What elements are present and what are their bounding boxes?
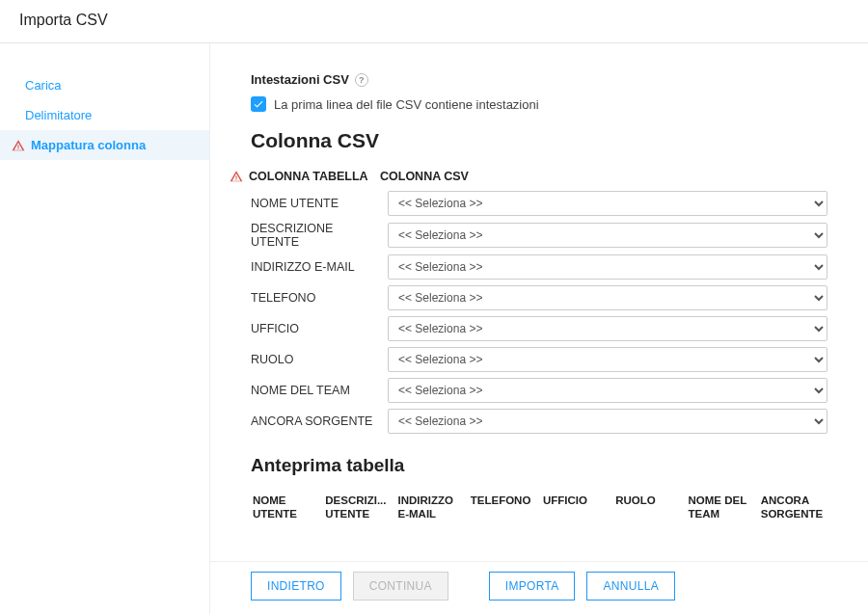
- mapping-row-label: TELEFONO: [251, 291, 388, 305]
- preview-column-header: DESCRIZI... UTENTE: [325, 494, 390, 521]
- mapping-row: INDIRIZZO E-MAIL<< Seleziona >>: [251, 254, 827, 280]
- mapping-row-select[interactable]: << Seleziona >>: [388, 347, 827, 372]
- mapping-row-label: NOME UTENTE: [251, 197, 388, 210]
- preview-column-header: RUOLO: [615, 494, 680, 521]
- first-line-header-checkbox-row: La prima linea del file CSV contiene int…: [251, 96, 827, 112]
- col-csv-header: COLONNA CSV: [380, 170, 827, 183]
- wizard-footer: INDIETRO CONTINUA IMPORTA ANNULLA: [210, 561, 868, 614]
- col-tabella-header: COLONNA TABELLA: [249, 170, 368, 183]
- sidebar-item-carica[interactable]: Carica: [0, 70, 209, 100]
- warning-icon: [230, 170, 243, 183]
- sidebar-item-label: Delimitatore: [25, 108, 92, 122]
- mapping-row-label: ANCORA SORGENTE: [251, 414, 388, 428]
- anteprima-title: Anteprima tabella: [251, 455, 827, 476]
- mapping-row: ANCORA SORGENTE<< Seleziona >>: [251, 409, 827, 434]
- preview-column-header: ANCORA SORGENTE: [761, 494, 826, 521]
- mapping-row-select[interactable]: << Seleziona >>: [388, 254, 827, 280]
- sidebar-item-label: Carica: [25, 78, 62, 93]
- preview-column-header: INDIRIZZO E-MAIL: [398, 494, 463, 521]
- preview-column-header: NOME UTENTE: [253, 494, 317, 521]
- content-scroll[interactable]: Intestazioni CSV ? La prima linea del fi…: [210, 43, 868, 561]
- mapping-row-select[interactable]: << Seleziona >>: [388, 409, 827, 434]
- intestazioni-label: Intestazioni CSV ?: [251, 72, 368, 87]
- mapping-row-label: RUOLO: [251, 353, 388, 366]
- mapping-row: NOME UTENTE<< Seleziona >>: [251, 191, 827, 216]
- mapping-row-select[interactable]: << Seleziona >>: [388, 378, 827, 403]
- page-header: Importa CSV: [0, 0, 868, 43]
- preview-table-header: NOME UTENTEDESCRIZI... UTENTEINDIRIZZO E…: [251, 488, 827, 527]
- colonna-csv-title: Colonna CSV: [251, 129, 827, 152]
- mapping-row: DESCRIZIONE UTENTE<< Seleziona >>: [251, 222, 827, 249]
- first-line-header-checkbox[interactable]: [251, 96, 266, 112]
- back-button[interactable]: INDIETRO: [251, 572, 341, 601]
- mapping-table-header: COLONNA TABELLA COLONNA CSV: [251, 170, 827, 183]
- mapping-row-label: INDIRIZZO E-MAIL: [251, 260, 388, 274]
- mapping-row-label: DESCRIZIONE UTENTE: [251, 222, 388, 249]
- mapping-row: TELEFONO<< Seleziona >>: [251, 285, 827, 310]
- mapping-row-label: NOME DEL TEAM: [251, 384, 388, 397]
- spacer: [251, 527, 827, 561]
- continue-button: CONTINUA: [353, 572, 448, 601]
- page-title: Importa CSV: [19, 12, 108, 28]
- mapping-row-select[interactable]: << Seleziona >>: [388, 191, 827, 216]
- first-line-header-label: La prima linea del file CSV contiene int…: [274, 97, 539, 112]
- preview-column-header: TELEFONO: [471, 494, 535, 521]
- wizard-sidebar: Carica Delimitatore Mappatura colonna: [0, 43, 210, 614]
- mapping-rows: NOME UTENTE<< Seleziona >>DESCRIZIONE UT…: [251, 191, 827, 434]
- help-icon[interactable]: ?: [355, 73, 368, 87]
- mapping-row-select[interactable]: << Seleziona >>: [388, 316, 827, 341]
- preview-column-header: UFFICIO: [543, 494, 608, 521]
- mapping-row: UFFICIO<< Seleziona >>: [251, 316, 827, 341]
- mapping-row: RUOLO<< Seleziona >>: [251, 347, 827, 372]
- mapping-row-label: UFFICIO: [251, 322, 388, 335]
- preview-column-header: NOME DEL TEAM: [689, 494, 753, 521]
- sidebar-item-delimitatore[interactable]: Delimitatore: [0, 100, 209, 130]
- cancel-button[interactable]: ANNULLA: [586, 572, 674, 601]
- sidebar-item-mappatura[interactable]: Mappatura colonna: [0, 130, 209, 160]
- mapping-row-select[interactable]: << Seleziona >>: [388, 223, 827, 248]
- sidebar-item-label: Mappatura colonna: [31, 138, 146, 152]
- mapping-row: NOME DEL TEAM<< Seleziona >>: [251, 378, 827, 403]
- import-button[interactable]: IMPORTA: [489, 572, 576, 601]
- mapping-row-select[interactable]: << Seleziona >>: [388, 285, 827, 310]
- warning-icon: [12, 139, 25, 152]
